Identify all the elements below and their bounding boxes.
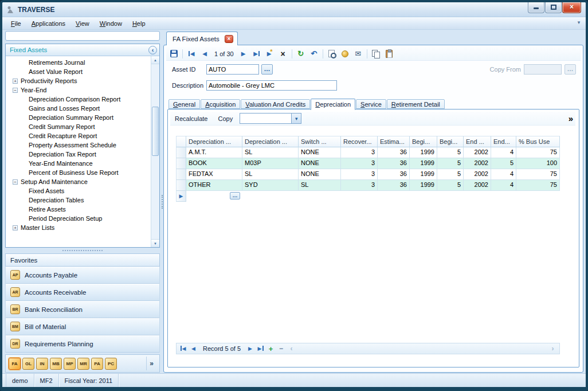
module-button[interactable]: MR [77,358,89,370]
tree-item[interactable]: Depreciation Tax Report [6,150,149,159]
recalculate-button[interactable]: Recalculate [170,114,212,124]
grid-column-header[interactable]: Begi... [437,136,464,147]
grid-cell[interactable]: SL [242,147,299,158]
grid-cell[interactable]: 4 [491,180,516,191]
customize-chevron-icon[interactable]: » [569,114,575,123]
menu-item[interactable]: Help [127,18,151,29]
module-button[interactable]: PC [105,358,117,370]
hscroll-right-button[interactable]: › [548,344,558,353]
nav-first-button[interactable]: ◀ [178,344,188,353]
module-button[interactable]: PA [91,358,103,370]
grid-cell[interactable]: 5 [437,169,464,180]
tree-item[interactable]: Fixed Assets [6,186,149,196]
grid-cell[interactable]: SL [299,180,341,191]
tree-item[interactable]: Percent of Business Use Report [6,168,149,177]
grid-column-header[interactable]: Depreciation ... [242,136,299,147]
grid-column-header[interactable]: Estima... [378,136,410,147]
new-row-indicator[interactable]: ▶ [176,191,186,202]
row-indicator[interactable] [176,169,186,180]
nav-add-row-button[interactable]: + [266,344,276,353]
tree-item[interactable]: Gains and Losses Report [6,104,149,113]
copy-source-combo[interactable]: ▾ [240,113,301,124]
toolbar-options-icon[interactable]: ▾ [575,19,583,25]
grid-column-header[interactable]: Switch ... [299,136,341,147]
grid-cell[interactable]: NONE [299,147,341,158]
grid-cell[interactable]: A.M.T. [186,147,242,158]
favorites-splitter[interactable] [4,248,161,253]
grid-cell[interactable]: 1999 [410,158,437,169]
scroll-up-icon[interactable]: ▲ [151,56,159,64]
tree-item[interactable]: − Setup And Maintenance [6,177,149,186]
grid-column-header[interactable]: End... [491,136,516,147]
tree-expander-icon[interactable]: + [13,225,18,230]
grid-cell[interactable]: 75 [516,169,560,180]
grid-cell[interactable]: 75 [516,180,560,191]
grid-cell[interactable]: 4 [491,169,516,180]
tab-close-icon[interactable]: × [225,35,233,43]
module-button[interactable]: GL [22,358,34,370]
tree-item[interactable]: Retirements Journal [6,58,149,67]
form-tab[interactable]: Service [356,99,386,109]
grid-column-header[interactable]: Begi... [410,136,437,147]
delete-record-button[interactable]: × [277,48,289,60]
grid-cell[interactable]: 36 [378,147,410,158]
row-indicator[interactable] [176,180,186,191]
grid-column-header[interactable]: Depreciation ... [186,136,242,147]
copy-button[interactable]: Copy [213,114,237,124]
nav-previous-button[interactable]: ◀ [189,344,198,353]
grid-cell[interactable]: 1999 [410,169,437,180]
favorite-item[interactable]: BM Bill of Material [6,318,159,335]
save-button[interactable] [168,48,179,60]
grid-cell[interactable]: 75 [516,147,560,158]
favorite-item[interactable]: AP Accounts Payable [6,267,159,284]
next-record-button[interactable]: ▶ [238,48,249,60]
print-preview-button[interactable] [326,48,338,60]
grid-cell[interactable]: 1999 [410,147,437,158]
favorite-item[interactable]: DR Requirements Planning [6,335,159,353]
row-indicator[interactable] [176,158,186,169]
previous-record-button[interactable]: ◀ [199,48,210,60]
first-record-button[interactable]: ◀ [186,48,197,60]
grid-cell[interactable]: OTHER [186,180,242,191]
tree-item[interactable]: + Master Lists [6,223,149,232]
undo-button[interactable]: ↶ [308,48,320,60]
tree-item[interactable]: Year-End Maintenance [6,159,149,168]
grid-cell[interactable]: 36 [378,180,410,191]
grid-cell[interactable]: BOOK [186,158,242,169]
grid-cell[interactable]: FEDTAX [186,169,242,180]
collapse-panel-icon[interactable]: ‹ [148,46,157,54]
form-tab[interactable]: Retirement Detail [387,99,445,109]
grid-cell[interactable]: NONE [299,158,341,169]
grid-cell[interactable]: 2002 [464,169,491,180]
scrollbar-thumb[interactable] [152,107,159,156]
module-button[interactable]: MB [50,358,62,370]
form-tab[interactable]: Valuation And Credits [241,99,310,109]
module-button[interactable]: IN [36,358,48,370]
grid-cell[interactable]: 4 [491,147,516,158]
grid-cell[interactable]: SL [242,169,299,180]
grid-cell[interactable]: 5 [437,147,464,158]
tree-item[interactable]: − Year-End [6,85,149,95]
asset-id-lookup-button[interactable]: … [261,64,273,75]
document-tab[interactable]: FA Fixed Assets × [166,32,238,45]
tree-expander-icon[interactable]: − [13,179,18,185]
tree-item[interactable]: Depreciation Comparison Report [6,95,149,104]
dropdown-icon[interactable]: ▾ [291,114,301,123]
menu-item[interactable]: Applications [26,18,70,29]
grid-cell[interactable]: 2002 [464,147,491,158]
grid-cell[interactable]: 36 [378,169,410,180]
paste-record-button[interactable] [383,48,395,60]
grid-cell[interactable]: 2002 [464,158,491,169]
form-tab[interactable]: General [168,99,200,109]
grid-cell[interactable]: 3 [341,180,378,191]
grid-cell[interactable]: 36 [378,158,410,169]
email-button[interactable]: ✉ [352,48,364,60]
tree-item[interactable]: Credit Summary Report [6,122,149,131]
form-tab[interactable]: Acquisition [201,99,240,109]
tree-item[interactable]: Retire Assets [6,205,149,214]
tree-item[interactable]: Depreciation Tables [6,196,149,205]
grid-cell[interactable]: 1999 [410,180,437,191]
grid-column-header[interactable]: End ... [464,136,491,147]
tree-item[interactable]: Credit Recapture Report [6,131,149,140]
favorite-item[interactable]: BR Bank Reconciliation [6,301,159,318]
